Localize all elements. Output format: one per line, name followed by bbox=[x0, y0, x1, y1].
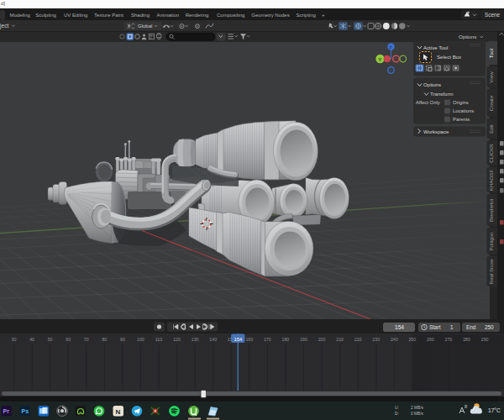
svg-text:210: 210 bbox=[336, 337, 344, 342]
svg-text:Origins: Origins bbox=[453, 100, 469, 105]
svg-text:70: 70 bbox=[84, 337, 89, 342]
svg-text:Sculpting: Sculpting bbox=[35, 13, 56, 18]
svg-text:Active Tool: Active Tool bbox=[423, 45, 448, 50]
svg-text:250: 250 bbox=[408, 337, 416, 342]
svg-text:CLICKR: CLICKR bbox=[488, 144, 494, 163]
svg-text:120: 120 bbox=[173, 337, 181, 342]
svg-text:200: 200 bbox=[318, 337, 326, 342]
svg-text:KHAOSF: KHAOSF bbox=[488, 170, 494, 192]
svg-text:UV Editing: UV Editing bbox=[64, 13, 87, 18]
svg-text:Texture Paint: Texture Paint bbox=[94, 13, 123, 18]
svg-text:250: 250 bbox=[485, 324, 494, 330]
svg-text:170: 170 bbox=[264, 337, 271, 342]
svg-text:Options: Options bbox=[423, 81, 441, 87]
svg-text:154: 154 bbox=[395, 324, 404, 330]
svg-text:Scripting: Scripting bbox=[297, 13, 316, 18]
svg-text:Parents: Parents bbox=[453, 117, 470, 122]
svg-text:280: 280 bbox=[463, 337, 470, 342]
svg-text:D:: D: bbox=[395, 412, 399, 416]
svg-text:Select Box: Select Box bbox=[437, 54, 461, 60]
svg-text:Shading: Shading bbox=[131, 13, 150, 18]
svg-text:Workspace: Workspace bbox=[423, 129, 449, 134]
svg-text:Ps: Ps bbox=[22, 408, 29, 414]
svg-text:154: 154 bbox=[234, 337, 243, 342]
svg-text:260: 260 bbox=[427, 337, 434, 342]
svg-text:1: 1 bbox=[450, 324, 454, 330]
svg-text:Animation: Animation bbox=[157, 13, 180, 18]
svg-text:140: 140 bbox=[209, 337, 217, 342]
svg-text:270: 270 bbox=[445, 337, 453, 342]
svg-text:Blenderkit: Blenderkit bbox=[488, 198, 494, 222]
svg-text:40: 40 bbox=[29, 337, 34, 342]
svg-text:60: 60 bbox=[66, 337, 71, 342]
svg-text:30: 30 bbox=[12, 337, 17, 342]
svg-text:Start: Start bbox=[429, 324, 441, 330]
svg-text:Scene: Scene bbox=[485, 12, 501, 18]
svg-text:Poliigon: Poliigon bbox=[488, 232, 494, 251]
svg-text:Modeling: Modeling bbox=[10, 13, 30, 18]
svg-text:220: 220 bbox=[354, 337, 362, 342]
svg-text:230: 230 bbox=[372, 337, 380, 342]
svg-text:0 MB/s: 0 MB/s bbox=[411, 412, 424, 416]
svg-text:Rendering: Rendering bbox=[186, 13, 209, 18]
svg-text:End: End bbox=[466, 324, 476, 330]
svg-text:View: View bbox=[488, 71, 494, 83]
svg-text:130: 130 bbox=[192, 337, 199, 342]
svg-text:+: + bbox=[322, 13, 325, 18]
svg-text:Options: Options bbox=[459, 34, 476, 39]
svg-text:Create: Create bbox=[488, 95, 494, 111]
svg-text:Global: Global bbox=[138, 24, 152, 29]
svg-text:100: 100 bbox=[137, 337, 144, 342]
svg-text:Locations: Locations bbox=[453, 108, 474, 113]
svg-text:Compositing: Compositing bbox=[217, 13, 244, 18]
svg-text:80: 80 bbox=[102, 337, 107, 342]
svg-text:240: 240 bbox=[391, 337, 398, 342]
svg-text:Tool: Tool bbox=[488, 49, 494, 58]
svg-text:Transform: Transform bbox=[430, 91, 454, 97]
svg-text:2 MB/s: 2 MB/s bbox=[411, 406, 424, 410]
svg-text:Real Snow: Real Snow bbox=[488, 259, 494, 284]
svg-text:290: 290 bbox=[481, 337, 489, 342]
svg-text:Geometry Nodes: Geometry Nodes bbox=[251, 13, 289, 18]
svg-text:U:: U: bbox=[395, 406, 399, 410]
svg-text:Edit: Edit bbox=[488, 124, 494, 134]
svg-text:Pr: Pr bbox=[3, 408, 10, 414]
svg-text:d]: d] bbox=[1, 1, 5, 6]
svg-text:50: 50 bbox=[48, 337, 53, 342]
svg-text:90: 90 bbox=[120, 337, 125, 342]
svg-text:17°C: 17°C bbox=[488, 407, 501, 413]
svg-text:N: N bbox=[116, 408, 121, 416]
svg-text:110: 110 bbox=[155, 337, 162, 342]
svg-text:z: z bbox=[390, 45, 392, 50]
svg-text:160: 160 bbox=[245, 337, 253, 342]
svg-text:190: 190 bbox=[300, 337, 307, 342]
svg-text:Affect Only: Affect Only bbox=[416, 100, 440, 105]
svg-text:180: 180 bbox=[282, 337, 290, 342]
svg-text:ject: ject bbox=[0, 23, 8, 29]
